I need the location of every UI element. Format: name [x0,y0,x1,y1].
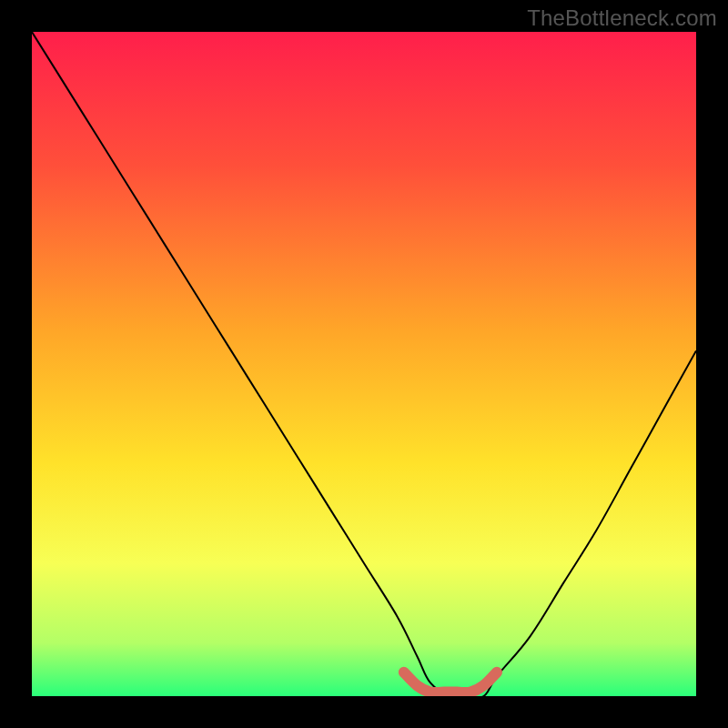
chart-frame [32,32,696,696]
bottleneck-chart [32,32,696,696]
watermark-label: TheBottleneck.com [527,5,717,31]
gradient-background [32,32,696,696]
